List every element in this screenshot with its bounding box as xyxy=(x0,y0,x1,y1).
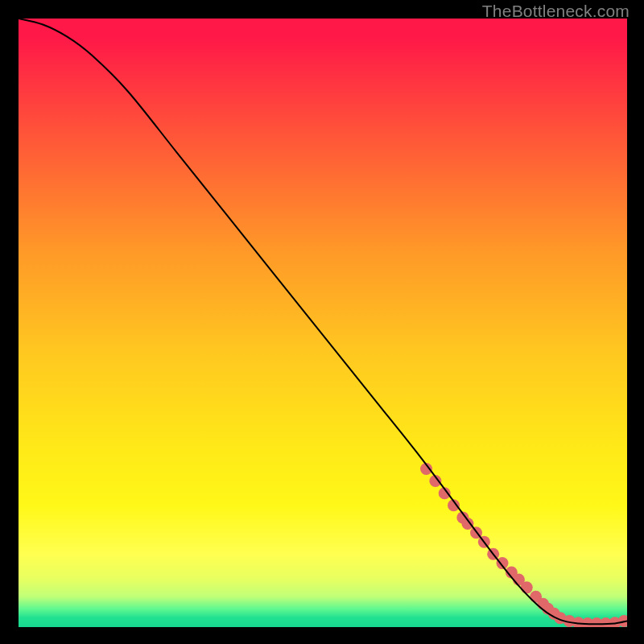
curve-line xyxy=(19,19,627,624)
plot-area xyxy=(19,19,627,627)
chart-container: TheBottleneck.com xyxy=(0,0,644,644)
chart-svg xyxy=(19,19,627,627)
highlight-dot xyxy=(521,581,533,593)
highlight-dots-group xyxy=(420,463,627,627)
highlight-dot xyxy=(497,557,509,569)
